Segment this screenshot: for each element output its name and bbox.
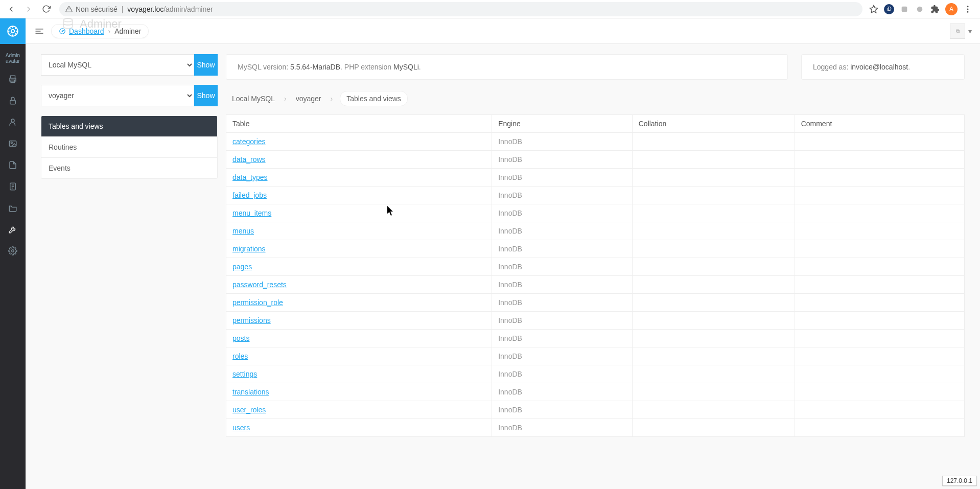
table-comment bbox=[795, 383, 964, 401]
table-engine: InnoDB bbox=[492, 365, 633, 383]
sidebar-item-dashboard[interactable] bbox=[0, 68, 26, 90]
table-row: usersInnoDB bbox=[226, 419, 965, 437]
url-bar[interactable]: Non sécurisé | voyager.loc/admin/adminer bbox=[59, 2, 862, 16]
bookmark-star-icon[interactable] bbox=[869, 4, 879, 14]
printer-icon bbox=[8, 75, 17, 84]
table-link[interactable]: users bbox=[232, 424, 250, 432]
table-collation bbox=[632, 169, 795, 187]
sidebar-item-pages[interactable] bbox=[0, 176, 26, 197]
url-path: /admin/adminer bbox=[164, 5, 213, 13]
svg-point-6 bbox=[967, 8, 969, 10]
user-menu-caret[interactable]: ▾ bbox=[968, 27, 972, 35]
table-link[interactable]: translations bbox=[232, 388, 269, 396]
sidebar-avatar[interactable]: Adminavatar bbox=[3, 48, 23, 68]
sidebar-item-users[interactable] bbox=[0, 111, 26, 133]
extensions-puzzle-icon[interactable] bbox=[930, 4, 940, 14]
table-collation bbox=[632, 240, 795, 258]
svg-point-9 bbox=[11, 30, 15, 33]
table-link[interactable]: data_rows bbox=[232, 155, 266, 164]
table-row: categoriesInnoDB bbox=[226, 133, 965, 151]
sidebar-item-posts[interactable] bbox=[0, 154, 26, 176]
table-engine: InnoDB bbox=[492, 204, 633, 222]
hamburger-button[interactable] bbox=[34, 26, 45, 37]
table-link[interactable]: password_resets bbox=[232, 281, 287, 289]
document-icon bbox=[8, 182, 17, 191]
table-comment bbox=[795, 169, 964, 187]
server-show-button[interactable]: Show bbox=[194, 54, 218, 76]
table-link[interactable]: settings bbox=[232, 370, 257, 378]
table-collation bbox=[632, 133, 795, 151]
table-collation bbox=[632, 365, 795, 383]
profile-avatar[interactable]: A bbox=[945, 3, 958, 15]
table-link[interactable]: user_roles bbox=[232, 406, 266, 414]
tools-icon bbox=[8, 225, 17, 234]
table-link[interactable]: permissions bbox=[232, 316, 271, 324]
browser-menu-icon[interactable] bbox=[963, 4, 973, 14]
app-iconbar: Adminavatar bbox=[0, 18, 26, 489]
table-engine: InnoDB bbox=[492, 187, 633, 204]
ext-label: . PHP extension bbox=[340, 63, 393, 71]
table-link[interactable]: menu_items bbox=[232, 209, 271, 217]
crumb-database[interactable]: voyager bbox=[294, 91, 323, 106]
table-link[interactable]: menus bbox=[232, 227, 254, 235]
version-value: 5.5.64-MariaDB bbox=[290, 63, 340, 71]
status-ip: 127.0.0.1 bbox=[942, 476, 977, 486]
table-collation bbox=[632, 222, 795, 240]
sidebar-item-tools[interactable] bbox=[0, 219, 26, 240]
table-link[interactable]: pages bbox=[232, 263, 252, 271]
nav-routines[interactable]: Routines bbox=[41, 137, 217, 158]
table-engine: InnoDB bbox=[492, 133, 633, 151]
lock-icon bbox=[8, 96, 17, 105]
table-comment bbox=[795, 347, 964, 365]
extension-icon-2[interactable] bbox=[899, 4, 909, 14]
extension-icon-3[interactable] bbox=[915, 4, 925, 14]
nav-events[interactable]: Events bbox=[41, 158, 217, 178]
nav-reload-button[interactable] bbox=[39, 2, 53, 16]
user-icon bbox=[8, 118, 17, 127]
table-row: data_typesInnoDB bbox=[226, 169, 965, 187]
crumb-section: Tables and views bbox=[340, 91, 408, 106]
table-link[interactable]: categories bbox=[232, 137, 266, 146]
user-avatar-box[interactable]: ⧉ bbox=[950, 24, 965, 39]
table-link[interactable]: roles bbox=[232, 352, 248, 360]
extension-icon-1[interactable]: iD bbox=[884, 4, 894, 14]
sidebar-item-roles[interactable] bbox=[0, 90, 26, 111]
sidebar-item-settings[interactable] bbox=[0, 240, 26, 262]
file-icon bbox=[8, 160, 17, 170]
table-comment bbox=[795, 240, 964, 258]
app-logo[interactable] bbox=[0, 18, 26, 44]
table-row: rolesInnoDB bbox=[226, 347, 965, 365]
server-select[interactable]: Local MySQL bbox=[41, 54, 194, 76]
logged-value: invoice@localhost bbox=[850, 63, 908, 71]
table-engine: InnoDB bbox=[492, 222, 633, 240]
svg-line-15 bbox=[15, 34, 16, 35]
nav-back-button[interactable] bbox=[4, 2, 18, 16]
nav-forward-button[interactable] bbox=[21, 2, 36, 16]
table-comment bbox=[795, 187, 964, 204]
svg-point-5 bbox=[967, 6, 969, 7]
svg-line-16 bbox=[9, 34, 10, 35]
table-link[interactable]: migrations bbox=[232, 245, 266, 253]
url-domain: voyager.loc bbox=[127, 5, 164, 13]
table-collation bbox=[632, 187, 795, 204]
url-separator: | bbox=[122, 5, 124, 13]
table-row: password_resetsInnoDB bbox=[226, 276, 965, 294]
nav-tables-and-views[interactable]: Tables and views bbox=[41, 116, 217, 137]
table-link[interactable]: permission_role bbox=[232, 298, 283, 307]
table-row: settingsInnoDB bbox=[226, 365, 965, 383]
sidebar-item-media[interactable] bbox=[0, 133, 26, 154]
crumb-server[interactable]: Local MySQL bbox=[230, 91, 277, 106]
db-nav: Tables and views Routines Events bbox=[41, 115, 218, 179]
sidebar-item-categories[interactable] bbox=[0, 197, 26, 219]
table-link[interactable]: data_types bbox=[232, 173, 268, 181]
table-engine: InnoDB bbox=[492, 151, 633, 169]
table-comment bbox=[795, 419, 964, 437]
table-link[interactable]: failed_jobs bbox=[232, 191, 267, 199]
database-show-button[interactable]: Show bbox=[194, 85, 218, 106]
table-engine: InnoDB bbox=[492, 330, 633, 347]
database-select[interactable]: voyager bbox=[41, 85, 194, 106]
table-link[interactable]: posts bbox=[232, 334, 249, 342]
chevron-right-icon: › bbox=[284, 95, 287, 103]
col-engine: Engine bbox=[492, 115, 633, 133]
table-row: menusInnoDB bbox=[226, 222, 965, 240]
